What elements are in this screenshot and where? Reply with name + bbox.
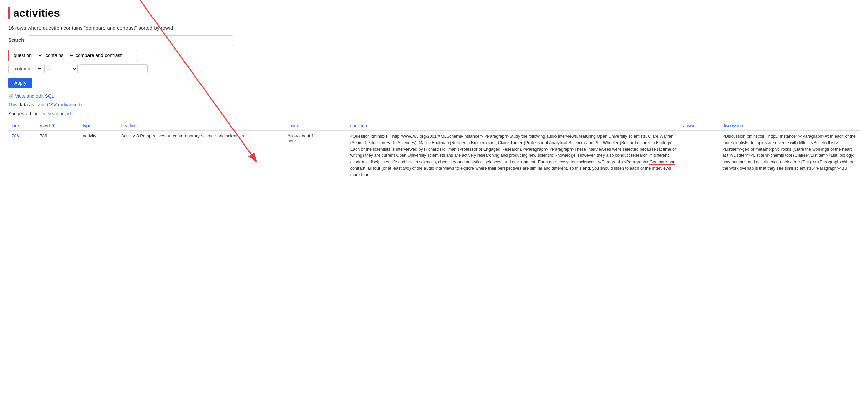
filter-operator-select-2[interactable]: = contains starts with — [44, 64, 78, 73]
col-question: question — [347, 121, 679, 131]
search-label: Search: — [8, 37, 26, 43]
data-format-prefix: This data as — [8, 102, 35, 107]
table-row: 786 786 activity Activity 3 Perspectives… — [8, 131, 860, 181]
sql-icon: 🔗 — [8, 94, 14, 99]
cell-type: activity — [79, 131, 117, 181]
cell-heading: Activity 3 Perspectives on contemporary … — [118, 131, 284, 181]
cell-link[interactable]: 786 — [8, 131, 36, 181]
csv-link[interactable]: CSV — [47, 102, 57, 107]
sql-link-row: 🔗 View and edit SQL — [8, 93, 860, 99]
facet-id-link[interactable]: id — [67, 111, 71, 116]
col-heading: heading — [118, 121, 284, 131]
filter-box-1: question rowid type heading timing answe… — [8, 50, 138, 61]
filter-column-select[interactable]: question rowid type heading timing answe… — [11, 52, 43, 59]
highlight-compare-contrast: Compare and contrast — [350, 159, 676, 171]
cell-answer — [679, 131, 719, 181]
col-discussion: discussion — [719, 121, 860, 131]
advanced-link[interactable]: advanced — [60, 102, 80, 107]
filter-value-input-2[interactable] — [80, 64, 148, 73]
page-title-container: activities — [8, 7, 860, 19]
col-timing: timing — [284, 121, 347, 131]
col-type: type — [79, 121, 117, 131]
facets-prefix: Suggested facets: — [8, 111, 48, 116]
table-header: Link rowid ▼ type heading timing questio… — [8, 121, 860, 131]
results-table: Link rowid ▼ type heading timing questio… — [8, 121, 860, 181]
json-link[interactable]: json — [35, 102, 44, 107]
view-edit-sql-link[interactable]: View and edit SQL — [15, 93, 54, 99]
col-answer: answer — [679, 121, 719, 131]
cell-discussion: <Discussion xmlns:xsi="http:// instance"… — [719, 131, 860, 181]
col-link: Link — [8, 121, 36, 131]
apply-button[interactable]: Apply — [8, 78, 32, 88]
facets-row: Suggested facets: heading, id — [8, 111, 860, 116]
search-row: Search: — [8, 35, 860, 45]
filter-value-input[interactable] — [74, 52, 135, 59]
cell-timing: Allow about 1hour — [284, 131, 347, 181]
filter-operator-select[interactable]: contains = starts with ends with — [43, 52, 74, 59]
cell-rowid: 786 — [36, 131, 79, 181]
filter-row-2: - column - rowid type heading timing que… — [8, 64, 860, 73]
cell-question: <Question xmlns:xsi="http://www.w3.org/2… — [347, 131, 679, 181]
page-title: activities — [13, 7, 60, 19]
title-accent-bar — [8, 7, 10, 19]
search-input[interactable] — [29, 35, 233, 45]
table-body: 786 786 activity Activity 3 Perspectives… — [8, 131, 860, 181]
table-wrapper: Link rowid ▼ type heading timing questio… — [8, 121, 860, 181]
data-format-row: This data as json, CSV (advanced) — [8, 102, 860, 107]
filter-column-select-2[interactable]: - column - rowid type heading timing que… — [8, 64, 42, 73]
facet-heading-link[interactable]: heading — [48, 111, 65, 116]
filter-row-1: question rowid type heading timing answe… — [8, 50, 860, 61]
row-description: 16 rows where question contains "compare… — [8, 25, 860, 31]
col-rowid[interactable]: rowid ▼ — [36, 121, 79, 131]
row-link[interactable]: 786 — [12, 133, 19, 138]
